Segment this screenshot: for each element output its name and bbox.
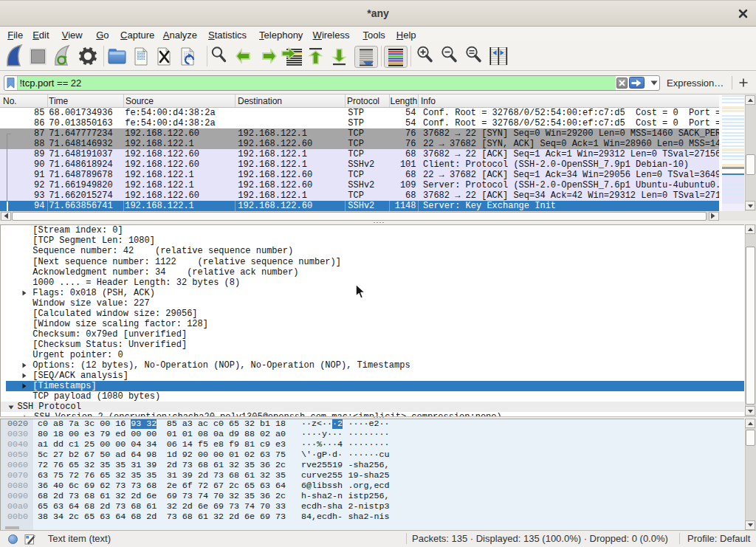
svg-text:0101: 0101	[137, 57, 145, 61]
